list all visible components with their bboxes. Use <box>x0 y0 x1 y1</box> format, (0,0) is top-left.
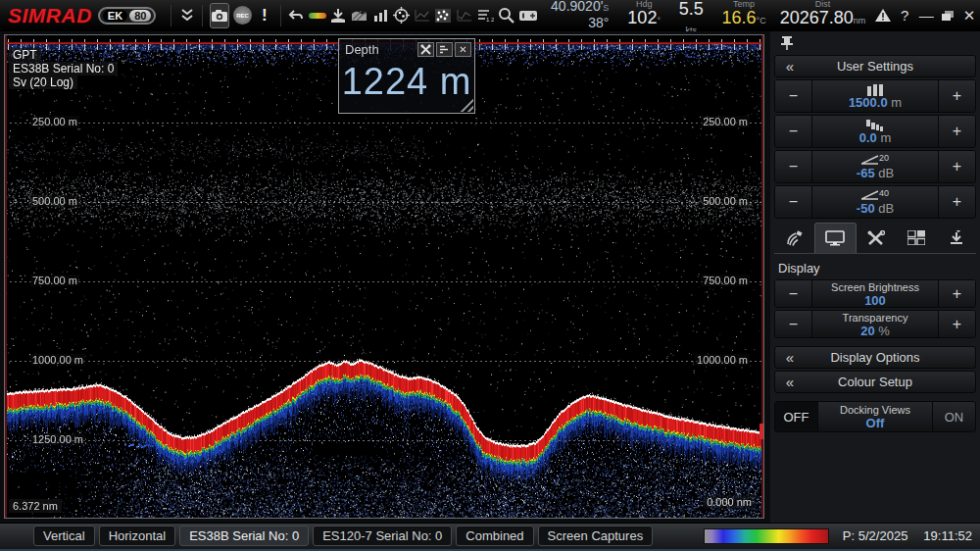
divider <box>202 5 203 26</box>
range-increase-button[interactable]: + <box>938 80 975 112</box>
depth-scale-label: 500.00 m <box>30 195 79 207</box>
title-bar: SIMRAD EK 80 REC ! <box>0 0 980 31</box>
echo-color-scale[interactable] <box>704 528 829 544</box>
settings-sidebar: « User Settings − 1500.0 m + − 0.0 m + <box>770 31 980 523</box>
tab-screen-captures[interactable]: Screen Captures <box>538 526 654 546</box>
docking-views-toggle: OFF Docking Views Off ON <box>774 401 976 432</box>
tab-horizontal[interactable]: Horizontal <box>99 526 176 546</box>
start-range-decrease-button[interactable]: − <box>775 116 812 147</box>
scatter-plot-icon[interactable] <box>435 3 452 28</box>
start-range-value[interactable]: 0.0 m <box>812 116 938 147</box>
channel-mode: Sv (20 Log) <box>9 75 77 89</box>
bottom-range-icon[interactable] <box>330 3 347 28</box>
depth-close-icon[interactable]: ✕ <box>455 42 471 57</box>
screen-brightness-stepper: − Screen Brightness 100 + <box>774 279 976 308</box>
temperature-readout: Temp 16.6°C <box>722 0 766 30</box>
tvg20-decrease-button[interactable]: − <box>775 151 812 182</box>
tab-vertical[interactable]: Vertical <box>33 526 95 546</box>
docking-views-value: Docking Views Off <box>818 402 932 431</box>
user-settings-button[interactable]: « User Settings <box>774 55 976 77</box>
distance-readout: Dist 20267.80nm <box>780 0 866 30</box>
chevron-left-icon: « <box>775 349 805 366</box>
tab-es120-7[interactable]: ES120-7 Serial No: 0 <box>313 526 452 546</box>
docking-on-button[interactable]: ON <box>932 402 975 431</box>
tvg20-value[interactable]: 20 -65 dB <box>812 151 938 182</box>
tab-setup-tools-icon[interactable] <box>857 223 897 253</box>
tab-es38b[interactable]: ES38B Serial No: 0 <box>179 526 309 546</box>
time-value: 19:11:52 <box>923 528 972 543</box>
screenshot-camera-button[interactable] <box>210 3 229 28</box>
collapse-chevrons-icon[interactable] <box>178 3 195 28</box>
echogram-view[interactable]: GPT ES38B Serial No: 0 Sv (20 Log) 6.372… <box>4 34 764 519</box>
clock-readout: P: 5/2/2025 19:11:52 <box>843 528 972 543</box>
tab-layout-icon[interactable] <box>896 223 936 253</box>
record-button[interactable]: REC <box>233 3 252 28</box>
echogram-panel: GPT ES38B Serial No: 0 Sv (20 Log) 6.372… <box>0 31 770 523</box>
svg-text:1 2 3: 1 2 3 <box>486 17 494 23</box>
position-graph-icon[interactable] <box>456 3 472 28</box>
divider <box>280 5 281 26</box>
bottom-expansion-icon[interactable] <box>351 3 368 28</box>
docking-off-button[interactable]: OFF <box>775 402 818 431</box>
transparency-increase-button[interactable]: + <box>938 311 975 337</box>
start-range-increase-button[interactable]: + <box>938 116 975 147</box>
pin-icon[interactable] <box>780 37 794 54</box>
range-value[interactable]: 1500.0 m <box>812 80 938 112</box>
brightness-increase-button[interactable]: + <box>938 280 975 307</box>
single-target-icon[interactable] <box>393 3 410 28</box>
history-range-left: 6.372 nm <box>9 499 62 513</box>
tvg40-value[interactable]: 40 -50 dB <box>812 186 938 218</box>
close-button[interactable]: ✕ <box>959 4 979 27</box>
depth-scale-label: 1000.00 m <box>695 354 750 366</box>
histogram-icon[interactable] <box>371 3 388 28</box>
simrad-logo: SIMRAD <box>8 4 92 27</box>
display-options-button[interactable]: « Display Options <box>774 346 976 369</box>
brightness-value[interactable]: Screen Brightness 100 <box>812 280 938 307</box>
zoom-magnifier-icon[interactable] <box>498 3 514 28</box>
tvg40-decrease-button[interactable]: − <box>775 186 812 218</box>
transparency-stepper: − Transparency 20 % + <box>774 310 976 338</box>
range-stepper: − 1500.0 m + <box>774 79 976 113</box>
minimize-button[interactable]: — <box>916 4 936 27</box>
depth-scale-label: 750.00 m <box>701 275 750 286</box>
tab-combined[interactable]: Combined <box>456 526 533 546</box>
depth-window[interactable]: Depth ✕ 1224 m <box>338 38 475 114</box>
annotation-add-icon[interactable] <box>518 3 538 28</box>
depth-options-icon[interactable] <box>436 42 453 57</box>
display-section-title: Display <box>774 254 976 279</box>
help-button[interactable]: ? <box>895 4 914 27</box>
colormap-icon[interactable] <box>309 3 326 28</box>
transparency-decrease-button[interactable]: − <box>775 311 812 337</box>
range-decrease-button[interactable]: − <box>775 80 812 112</box>
tab-output-icon[interactable] <box>936 223 976 253</box>
colour-setup-button[interactable]: « Colour Setup <box>774 371 976 393</box>
channel-transceiver: GPT <box>9 48 41 62</box>
undo-icon[interactable] <box>287 3 304 28</box>
ek80-badge: EK 80 <box>98 7 157 25</box>
numbered-list-icon[interactable]: 1 2 3 <box>476 3 493 28</box>
depth-scale-label: 1000.00 m <box>30 354 85 366</box>
tvg40-increase-button[interactable]: + <box>938 186 975 218</box>
depth-graph-icon[interactable] <box>414 3 430 28</box>
depth-scale-label: 750.00 m <box>30 275 79 286</box>
tab-display-icon[interactable] <box>814 223 857 253</box>
alerts-button[interactable]: ! <box>256 3 272 28</box>
chevron-left-icon: « <box>775 374 805 390</box>
tab-sounder-icon[interactable] <box>774 223 814 253</box>
tvg20-gain-stepper: − 20 -65 dB + <box>774 150 976 183</box>
view-tabs: Vertical Horizontal ES38B Serial No: 0 E… <box>33 526 653 546</box>
depth-window-title: Depth <box>342 42 416 57</box>
warning-icon[interactable] <box>873 4 893 27</box>
depth-settings-icon[interactable] <box>417 42 434 57</box>
tvg20-increase-button[interactable]: + <box>938 151 975 182</box>
depth-scale-label: 500.00 m <box>701 195 750 207</box>
channel-name: ES38B Serial No: 0 <box>9 62 118 75</box>
ek80-application-window: SIMRAD EK 80 REC ! <box>0 0 980 551</box>
transparency-value[interactable]: Transparency 20 % <box>812 311 938 337</box>
channel-info: GPT ES38B Serial No: 0 Sv (20 Log) <box>9 48 118 89</box>
start-range-stepper: − 0.0 m + <box>774 115 976 148</box>
brightness-decrease-button[interactable]: − <box>775 280 812 307</box>
sidebar-tab-strip <box>774 223 976 254</box>
status-bar: Vertical Horizontal ES38B Serial No: 0 E… <box>0 523 980 551</box>
restore-button[interactable] <box>938 4 957 27</box>
